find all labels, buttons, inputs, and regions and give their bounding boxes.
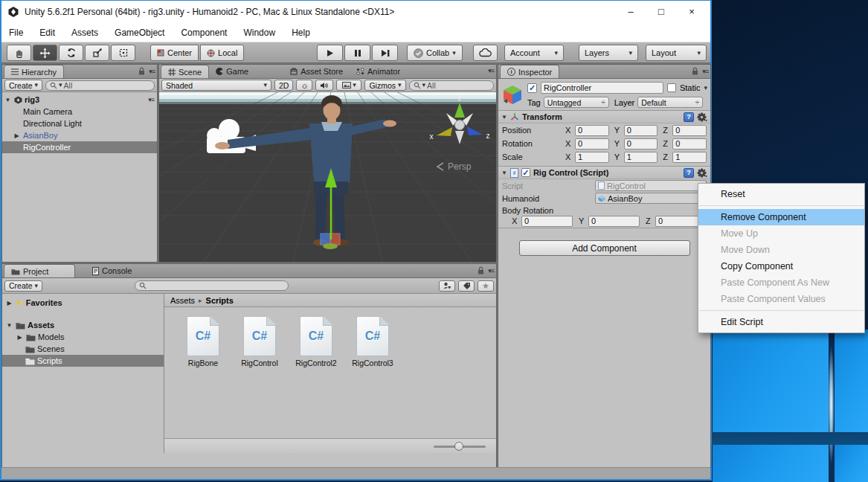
maximize-button[interactable]: □ — [649, 1, 674, 23]
body-rotation-x-field[interactable]: 0 — [521, 216, 573, 227]
menu-component[interactable]: Component — [181, 28, 227, 38]
menu-gameobject[interactable]: GameObject — [115, 28, 164, 38]
scene-viewport[interactable]: y x z Persp — [159, 92, 496, 262]
pivot-center-button[interactable]: Center — [150, 45, 199, 61]
toggle-2d-button[interactable]: 2D — [274, 80, 293, 91]
tree-item-favorites[interactable]: ▶ ★ Favorites — [2, 297, 164, 309]
position-z-field[interactable]: 0 — [672, 125, 707, 136]
lock-icon[interactable] — [478, 266, 484, 274]
slider-thumb[interactable] — [454, 442, 463, 451]
gear-icon[interactable] — [697, 168, 707, 178]
favorites-filter-button[interactable]: ★ — [478, 280, 494, 292]
layout-button[interactable]: Layout▾ — [646, 45, 707, 61]
play-button[interactable] — [317, 45, 343, 61]
gizmos-dropdown[interactable]: Gizmos▾ — [364, 80, 405, 91]
menu-help[interactable]: Help — [292, 28, 310, 38]
move-tool-button[interactable] — [33, 45, 57, 61]
asset-rigcontrol3[interactable]: C# RigControl3 — [344, 316, 401, 438]
add-component-button[interactable]: Add Component — [519, 240, 690, 256]
cloud-button[interactable] — [473, 45, 498, 61]
tab-asset-store[interactable]: Asset Store — [283, 65, 350, 78]
context-menu-item-reset[interactable]: Reset — [698, 186, 864, 202]
layer-dropdown[interactable]: Default÷ — [637, 97, 703, 108]
tab-hierarchy[interactable]: Hierarchy — [4, 65, 64, 78]
project-create-button[interactable]: Create▾ — [4, 280, 42, 292]
active-checkbox[interactable]: ✓ — [527, 83, 537, 93]
asset-rigcontrol[interactable]: C# RigControl — [231, 316, 288, 438]
position-y-field[interactable]: 0 — [624, 125, 658, 136]
scene-menu-icon[interactable]: ▾≡ — [148, 96, 154, 103]
static-checkbox[interactable] — [667, 83, 676, 92]
tag-dropdown[interactable]: Untagged÷ — [544, 97, 609, 108]
tab-game[interactable]: Game — [209, 65, 255, 78]
rotation-y-field[interactable]: 0 — [624, 138, 658, 150]
panel-menu-icon[interactable]: ▾≡ — [702, 68, 708, 75]
breadcrumb-current[interactable]: Scripts — [206, 296, 234, 305]
scale-y-field[interactable]: 1 — [624, 152, 658, 163]
collab-button[interactable]: Collab ▾ — [407, 45, 463, 61]
gameobject-name-field[interactable]: RigController — [541, 82, 663, 94]
effects-dropdown-button[interactable]: ▾ — [336, 80, 361, 91]
hierarchy-create-button[interactable]: Create▾ — [4, 80, 42, 91]
hierarchy-item-asianboy[interactable]: ▶ AsianBoy — [2, 129, 157, 141]
project-search-input[interactable] — [135, 280, 288, 291]
scale-z-field[interactable]: 1 — [672, 152, 707, 163]
lock-icon[interactable] — [692, 67, 698, 75]
tab-console[interactable]: Console — [86, 264, 138, 277]
help-icon[interactable]: ? — [684, 112, 694, 122]
tree-item-scenes[interactable]: Scenes — [2, 343, 164, 355]
gear-icon[interactable] — [697, 112, 707, 122]
rect-tool-button[interactable] — [111, 45, 135, 61]
rotate-tool-button[interactable] — [59, 45, 83, 61]
pivot-local-button[interactable]: Local — [200, 45, 244, 61]
foldout-open-icon[interactable]: ▼ — [5, 322, 13, 329]
tab-animator[interactable]: Animator — [350, 65, 407, 78]
minimize-button[interactable]: – — [618, 1, 643, 23]
context-menu-item-edit-script[interactable]: Edit Script — [698, 314, 864, 330]
tab-project[interactable]: Project — [4, 264, 75, 277]
tree-item-models[interactable]: ▶ Models — [2, 331, 164, 343]
scene-search-input[interactable]: ▾ All — [409, 80, 494, 91]
scale-x-field[interactable]: 1 — [575, 152, 609, 163]
hand-tool-button[interactable] — [7, 45, 31, 61]
asset-rigcontrol2[interactable]: C# RigControl2 — [288, 316, 344, 438]
transform-header[interactable]: ▼ Transform ? — [498, 110, 710, 123]
foldout-closed-icon[interactable]: ▶ — [13, 132, 21, 139]
foldout-closed-icon[interactable]: ▶ — [16, 334, 24, 341]
panel-menu-icon[interactable]: ▾≡ — [488, 67, 494, 74]
rotation-z-field[interactable]: 0 — [672, 138, 707, 150]
search-by-type-button[interactable] — [439, 280, 455, 292]
context-menu-item-remove-component[interactable]: Remove Component — [698, 209, 864, 225]
account-button[interactable]: Account▾ — [504, 45, 564, 61]
icon-size-slider[interactable] — [434, 441, 486, 452]
foldout-open-icon[interactable]: ▼ — [501, 170, 507, 176]
hierarchy-search-input[interactable]: ▾ All — [45, 80, 155, 91]
pause-button[interactable] — [344, 45, 370, 61]
close-button[interactable]: × — [679, 1, 704, 23]
foldout-open-icon[interactable]: ▼ — [501, 114, 507, 120]
rig-control-header[interactable]: ▼ # ✓ Rig Control (Script) ? — [498, 166, 710, 179]
hierarchy-item-rigcontroller[interactable]: RigController — [2, 141, 157, 153]
shading-mode-dropdown[interactable]: Shaded▾ — [161, 80, 271, 91]
menu-assets[interactable]: Assets — [71, 28, 98, 38]
position-x-field[interactable]: 0 — [575, 125, 609, 136]
rotation-x-field[interactable]: 0 — [575, 138, 609, 150]
panel-menu-icon[interactable]: ▾≡ — [149, 68, 155, 75]
chevron-down-icon[interactable]: ▾ — [704, 85, 707, 91]
help-icon[interactable]: ? — [684, 168, 694, 178]
step-button[interactable] — [372, 45, 398, 61]
layers-button[interactable]: Layers▾ — [579, 45, 638, 61]
body-rotation-y-field[interactable]: 0 — [588, 216, 640, 227]
tree-item-scripts[interactable]: Scripts — [2, 355, 164, 367]
lighting-toggle-button[interactable]: ☼ — [296, 80, 312, 91]
panel-menu-icon[interactable]: ▾≡ — [488, 267, 494, 274]
menu-file[interactable]: File — [9, 28, 23, 38]
audio-toggle-button[interactable] — [315, 80, 333, 91]
hierarchy-item-main-camera[interactable]: Main Camera — [2, 106, 157, 118]
tab-scene[interactable]: Scene — [161, 65, 209, 78]
hierarchy-scene-row[interactable]: ▼ rig3 ▾≡ — [2, 94, 157, 106]
foldout-open-icon[interactable]: ▼ — [4, 97, 12, 103]
tree-item-assets[interactable]: ▼ Assets — [2, 319, 164, 331]
menu-window[interactable]: Window — [243, 28, 275, 38]
search-by-label-button[interactable] — [458, 280, 475, 292]
